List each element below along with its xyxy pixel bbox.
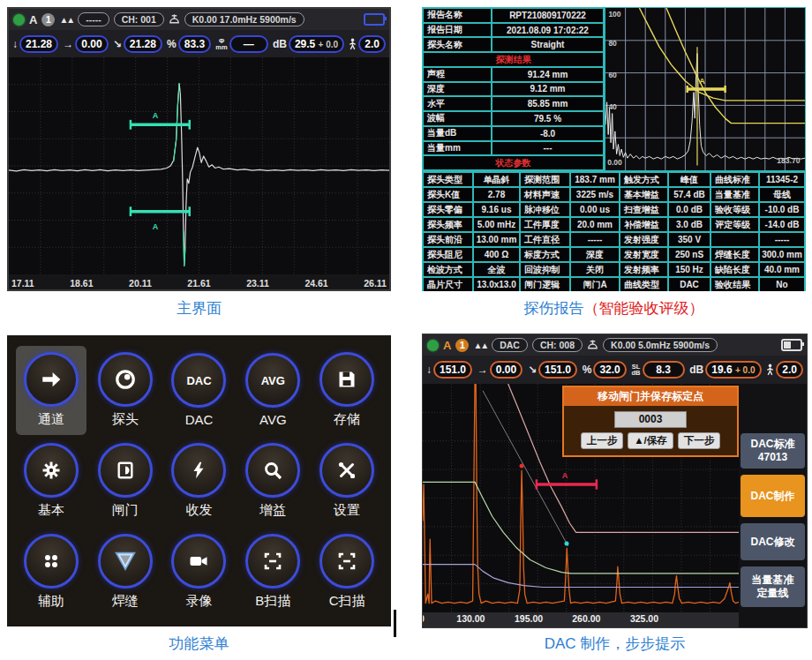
range-pill[interactable]: ----- <box>78 12 109 26</box>
x-axis-scale: 17.11 18.61 20.11 21.61 23.11 24.61 26.1… <box>9 274 389 291</box>
field-value: 全波 <box>473 262 520 277</box>
field-value: -14.0 dB <box>759 217 805 232</box>
x-tick: 18.61 <box>70 278 93 289</box>
field-value: 3225 m/s <box>570 187 620 202</box>
menu-item-auxiliary[interactable]: 辅助 <box>16 527 86 616</box>
equivalent-reference-button[interactable]: 当量基准定量线 <box>741 566 805 607</box>
field-value: No <box>759 277 805 291</box>
channel-pill[interactable]: CH: 008 <box>532 338 583 352</box>
scan-person-icon <box>766 364 774 376</box>
depth-icon: ↓ <box>426 364 432 376</box>
menu-item-transceive[interactable]: 收发 <box>164 437 235 526</box>
channel-pill[interactable]: CH: 001 <box>114 12 164 26</box>
menu-item-record[interactable]: 录像 <box>164 527 235 616</box>
menu-item-label: 探头 <box>112 411 139 428</box>
field-value: 母线 <box>759 187 805 202</box>
menu-item-storage[interactable]: 存储 <box>312 346 382 435</box>
gate-a-label: A <box>153 111 159 120</box>
menu-item-weld[interactable]: 焊缝 <box>90 527 161 616</box>
field-label: 探测范围 <box>520 172 570 187</box>
save-point-button[interactable]: ▲/保存 <box>628 432 673 449</box>
dialog-title: 移动闸门并保存标定点 <box>564 387 737 406</box>
prev-step-button[interactable]: 上一步 <box>581 432 624 449</box>
field-value: RPT210809170222 <box>492 8 604 23</box>
menu-item-c-scan[interactable]: C扫描 <box>312 527 382 616</box>
field-label: 扫查增益 <box>620 202 668 217</box>
menu-item-b-scan[interactable]: B扫描 <box>237 527 308 616</box>
field-value: -8.0 <box>492 126 604 141</box>
bolt-icon <box>171 443 226 498</box>
dac-modify-button[interactable]: DAC修改 <box>741 523 805 560</box>
field-label: 发射宽度 <box>620 247 668 262</box>
menu-item-probe[interactable]: 探头 <box>90 346 161 435</box>
status-bar: A 1 ▲▲ DAC CH: 008 K0.00 5.0mHz 5900m/s <box>423 334 807 356</box>
main-interface-panel: A 1 ▲▲ ----- CH: 001 K0.00 17.0mHz 5900m… <box>7 7 391 291</box>
field-label: 检波方式 <box>423 262 473 277</box>
amplitude-value[interactable]: 32.0 <box>593 361 626 379</box>
menu-grid: 通道探头DACDACAVGAVG存储基本闸门收发增益设置辅助焊缝录像B扫描C扫描 <box>16 346 382 616</box>
field-label: 验收等级 <box>710 202 759 217</box>
db-label: dB <box>689 364 703 376</box>
dac-create-button[interactable]: DAC制作 <box>741 475 805 517</box>
projection-value[interactable]: 0.00 <box>490 361 523 379</box>
gain-value[interactable]: 29.5 + 0.0 <box>289 35 344 53</box>
status-bar: A 1 ▲▲ ----- CH: 001 K0.00 17.0mHz 5900m… <box>9 9 389 30</box>
x-tick: 325.00 <box>630 613 658 624</box>
gate-a-label: A <box>699 77 705 86</box>
axis-label: 60 <box>608 71 616 79</box>
field-value: 400 Ω <box>473 247 520 262</box>
menu-item-dac[interactable]: DACDAC <box>164 346 235 435</box>
probe-params-pill[interactable]: K0.00 17.0mHz 5900m/s <box>184 12 304 26</box>
axis-label: 100 <box>608 10 620 19</box>
report-info-table: 报告名称RPT210809170222报告日期2021.08.09 17:02:… <box>422 7 605 171</box>
sound-path-value[interactable]: 21.28 <box>124 35 162 53</box>
caption-dac: DAC 制作，步步提示 <box>422 634 808 654</box>
function-menu-panel: 通道探头DACDACAVGAVG存储基本闸门收发增益设置辅助焊缝录像B扫描C扫描 <box>7 335 391 626</box>
power-indicator-icon <box>13 14 25 26</box>
field-value: 深度 <box>570 247 620 262</box>
menu-item-label: 焊缝 <box>112 593 139 610</box>
field-label: 发射频率 <box>620 262 668 277</box>
weld-icon <box>98 534 153 589</box>
x-tick: 23.11 <box>246 278 269 289</box>
screenshot-collage: A 1 ▲▲ ----- CH: 001 K0.00 17.0mHz 5900m… <box>0 0 812 660</box>
gate-icon <box>98 443 153 498</box>
menu-item-avg[interactable]: AVGAVG <box>237 346 308 435</box>
menu-item-basic[interactable]: 基本 <box>16 437 86 526</box>
menu-item-channel[interactable]: 通道 <box>16 346 86 435</box>
field-value: 79.5 % <box>492 111 604 126</box>
depth-value[interactable]: 21.28 <box>19 35 58 53</box>
sound-path-value[interactable]: 151.0 <box>538 361 577 379</box>
field-value: 0.0 dB <box>668 202 710 217</box>
dac-mode-pill[interactable]: DAC <box>492 338 528 352</box>
menu-item-gain[interactable]: 增益 <box>237 437 308 526</box>
phi-mm-label: Φmm <box>215 38 227 50</box>
dac-standard-button[interactable]: DAC标准47013 <box>741 433 805 469</box>
next-step-button[interactable]: 下一步 <box>678 432 721 449</box>
gate-mode-label: A <box>443 339 451 352</box>
probe-icon <box>587 339 598 351</box>
menu-item-label: 基本 <box>38 502 64 519</box>
scan-speed-value[interactable]: 2.0 <box>358 35 386 53</box>
calibration-point-counter[interactable]: 0003 <box>614 411 687 428</box>
percent-label: % <box>167 38 177 50</box>
probe-params-pill[interactable]: K0.00 5.0mHz 5900m/s <box>603 338 718 352</box>
camera-icon <box>171 534 226 589</box>
section-header: 状态参数 <box>423 155 604 170</box>
gain-value[interactable]: 19.6 + 0.0 <box>705 361 761 379</box>
field-label <box>710 232 759 247</box>
equivalent-value[interactable]: — <box>229 35 268 53</box>
scan-speed-value[interactable]: 2.0 <box>776 361 803 379</box>
projection-value[interactable]: 0.00 <box>75 35 108 53</box>
magnifier-icon <box>245 443 300 498</box>
projection-icon: → <box>477 364 488 376</box>
menu-item-label: 存储 <box>334 411 360 428</box>
field-label: 曲线类型 <box>620 277 668 291</box>
depth-value[interactable]: 151.0 <box>433 361 472 379</box>
x-tick: 24.61 <box>304 278 327 289</box>
menu-item-settings[interactable]: 设置 <box>312 437 382 526</box>
amplitude-value[interactable]: 83.3 <box>178 35 211 53</box>
menu-item-gate[interactable]: 闸门 <box>90 437 161 526</box>
sl-value[interactable]: 8.3 <box>643 361 685 379</box>
field-value: 单晶斜 <box>473 172 520 187</box>
